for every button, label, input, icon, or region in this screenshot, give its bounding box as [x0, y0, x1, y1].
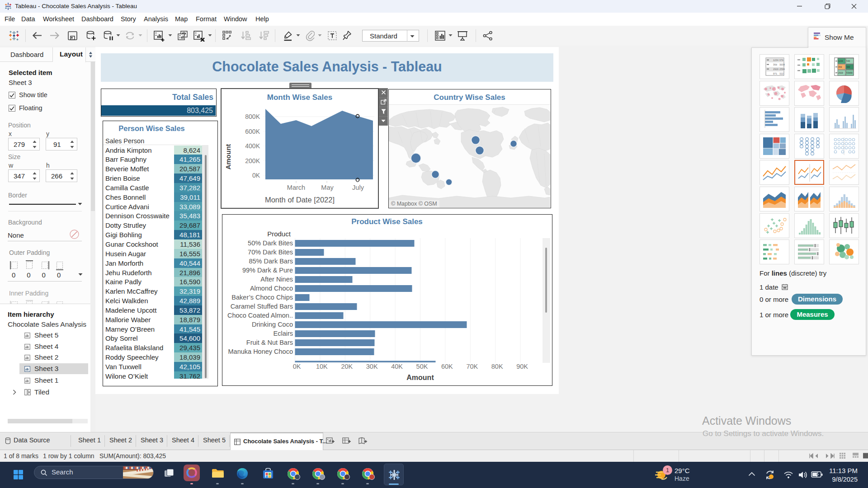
svg-text:2920: 2920 [773, 68, 778, 71]
svg-text:3034: 3034 [779, 64, 785, 66]
svg-text:368: 368 [838, 66, 842, 68]
svg-text:678: 678 [779, 59, 783, 62]
svg-text:322: 322 [779, 73, 783, 75]
svg-text:© Mapbox © OSM: © Mapbox © OSM [391, 201, 437, 207]
svg-text:368: 368 [773, 64, 777, 66]
svg-text:1234: 1234 [838, 60, 843, 62]
svg-text:546: 546 [846, 60, 850, 62]
svg-text:2920: 2920 [838, 72, 843, 74]
svg-text:53890: 53890 [846, 72, 853, 74]
svg-text:2599: 2599 [779, 68, 785, 71]
svg-text:1234: 1234 [773, 59, 778, 62]
svg-text:971: 971 [773, 73, 777, 75]
svg-text:380: 380 [846, 66, 850, 68]
